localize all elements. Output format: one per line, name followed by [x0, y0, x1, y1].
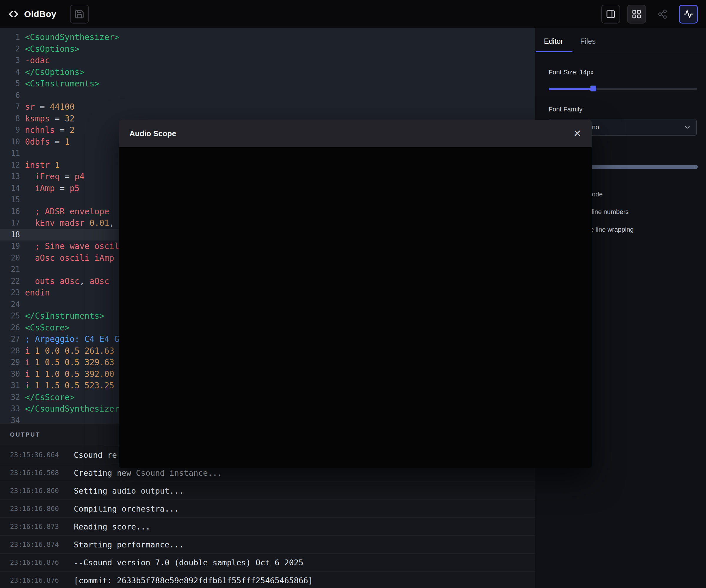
code-token: = — [50, 137, 65, 147]
code-token — [25, 276, 35, 286]
code-token: kEnv madsr — [35, 218, 89, 228]
log-message: Compiling orchestra... — [74, 504, 179, 513]
code-line[interactable]: 7sr = 44100 — [0, 101, 535, 113]
line-number: 16 — [0, 206, 20, 218]
line-number: 20 — [0, 252, 20, 264]
chevron-down-icon — [684, 124, 691, 131]
close-icon[interactable]: ✕ — [573, 129, 581, 138]
code-logo-icon — [8, 9, 19, 19]
code-text: <CsoundSynthesizer> — [25, 32, 119, 43]
code-token: aOsc oscili iAmp — [35, 253, 114, 263]
tab-editor[interactable]: Editor — [544, 37, 563, 52]
code-token: ; Sine wave oscil — [35, 241, 119, 251]
line-number: 19 — [0, 241, 20, 252]
code-token: sr — [25, 102, 35, 112]
code-text: outs aOsc, aOsc — [25, 276, 110, 287]
font-size-label: Font Size: 14px — [549, 69, 594, 76]
line-number: 30 — [0, 368, 20, 380]
topbar-actions — [601, 5, 698, 24]
code-token: i — [25, 381, 30, 390]
line-number: 26 — [0, 322, 20, 334]
code-token — [30, 381, 35, 390]
code-line[interactable]: 5<CsInstruments> — [0, 78, 535, 90]
line-number: 4 — [0, 67, 20, 78]
line-number: 25 — [0, 310, 20, 322]
audio-scope-modal: Audio Scope ✕ — [119, 120, 592, 468]
code-text: i 1 1.5 0.5 523.25 — [25, 380, 114, 392]
code-token: </CsOptions> — [25, 67, 84, 77]
code-token: 1 0.5 0.5 329.63 — [35, 358, 114, 367]
code-token: p5 — [70, 183, 80, 193]
app-title: OldBoy — [24, 9, 56, 19]
code-token: = — [50, 114, 65, 124]
line-number: 17 — [0, 217, 20, 229]
line-number: 8 — [0, 113, 20, 125]
font-size-slider[interactable] — [549, 88, 697, 90]
code-token: , — [79, 276, 89, 286]
code-text: ; Arpeggio: C4 E4 G — [25, 333, 119, 345]
log-message: Csound re — [74, 450, 117, 460]
code-token: ; Arpeggio: C4 E4 G — [25, 334, 119, 344]
code-token — [25, 172, 35, 181]
tab-files[interactable]: Files — [580, 37, 596, 52]
code-token: endin — [25, 288, 50, 298]
code-text: <CsScore> — [25, 322, 70, 334]
log-timestamp: 23:16:16.508 — [10, 469, 74, 476]
font-size-slider-fill — [549, 88, 593, 90]
code-token: = — [55, 125, 70, 135]
code-token: -odac — [25, 55, 50, 65]
code-token: 1 0.0 0.5 261.63 — [35, 346, 114, 356]
code-text: i 1 0.0 0.5 261.63 — [25, 345, 114, 357]
code-text: iFreq = p4 — [25, 171, 84, 182]
code-text: i 1 1.0 0.5 392.00 — [25, 368, 114, 380]
audio-scope-title: Audio Scope — [129, 129, 176, 138]
code-line[interactable]: 4</CsOptions> — [0, 67, 535, 78]
panel-right-icon — [606, 9, 616, 19]
code-text: instr 1 — [25, 159, 60, 171]
line-number: 10 — [0, 136, 20, 148]
line-number: 6 — [0, 90, 20, 101]
log-message: --Csound version 7.0 (double samples) Oc… — [74, 558, 303, 567]
code-token: <CsoundSynthesizer> — [25, 32, 119, 42]
code-text: 0dbfs = 1 — [25, 136, 70, 148]
code-line[interactable]: 2<CsOptions> — [0, 43, 535, 55]
code-token: outs aOsc — [35, 276, 80, 286]
code-token: <CsOptions> — [25, 44, 79, 54]
code-token: 2 — [70, 125, 75, 135]
panel-toggle-button[interactable] — [601, 5, 620, 24]
line-number: 27 — [0, 333, 20, 345]
code-text: </CsInstruments> — [25, 310, 105, 322]
code-line[interactable]: 6 — [0, 90, 535, 101]
font-size-slider-thumb[interactable] — [590, 86, 596, 91]
code-text: ; Sine wave oscil — [25, 241, 119, 252]
log-timestamp: 23:16:16.874 — [10, 541, 74, 548]
code-line[interactable]: 1<CsoundSynthesizer> — [0, 32, 535, 43]
share-button[interactable] — [653, 5, 672, 24]
code-text: kEnv madsr 0.01, — [25, 217, 114, 229]
code-token: iFreq — [35, 172, 60, 181]
code-text: </CsoundSynthesizer — [25, 403, 119, 415]
code-token: = — [35, 102, 50, 112]
code-token: 1 — [55, 160, 60, 170]
audio-scope-modal-header: Audio Scope ✕ — [119, 120, 592, 147]
code-text: endin — [25, 287, 50, 299]
code-line[interactable]: 3-odac — [0, 55, 535, 67]
layout-grid-button[interactable] — [627, 5, 646, 24]
audio-scope-button[interactable] — [679, 5, 698, 24]
code-token — [25, 253, 35, 263]
line-number: 29 — [0, 356, 20, 368]
code-text: ksmps = 32 — [25, 113, 75, 125]
line-number: 12 — [0, 159, 20, 171]
log-timestamp: 23:16:16.876 — [10, 577, 74, 584]
code-text: i 1 0.5 0.5 329.63 — [25, 356, 114, 368]
code-token — [50, 160, 55, 170]
line-number: 15 — [0, 194, 20, 206]
save-button[interactable] — [70, 5, 89, 24]
line-number: 21 — [0, 264, 20, 276]
code-token: i — [25, 369, 30, 379]
log-row: 23:16:16.860Setting audio output... — [0, 482, 535, 500]
log-message: Starting performance... — [74, 540, 184, 549]
sidebar-tabs: Editor Files — [535, 28, 706, 52]
brand: OldBoy — [8, 5, 89, 24]
code-text: nchnls = 2 — [25, 124, 75, 136]
